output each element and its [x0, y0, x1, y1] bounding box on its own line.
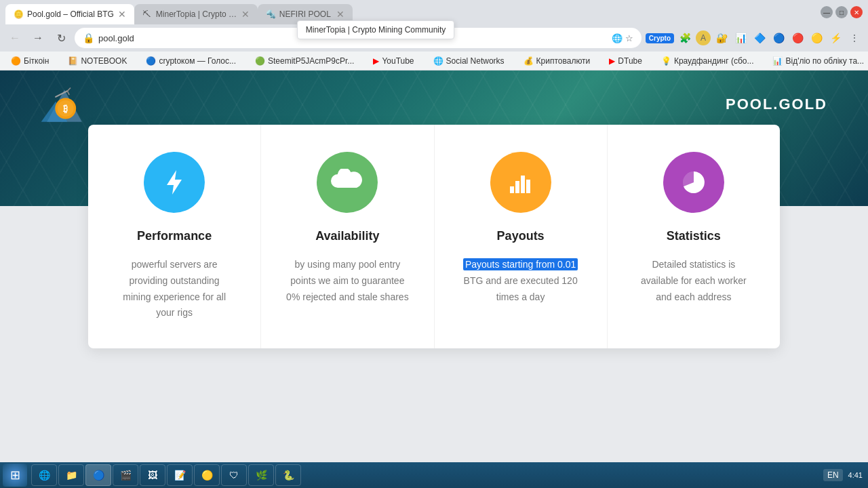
svg-rect-9 — [510, 186, 514, 193]
payouts-desc: Payouts starting from 0.01 BTG and are e… — [463, 257, 578, 305]
bitwarden-icon[interactable]: 🔐 — [713, 30, 730, 46]
feature-payouts: Payouts Payouts starting from 0.01 BTG a… — [435, 125, 608, 348]
tab2-favicon: ⛏ — [142, 9, 152, 19]
bookmark-social[interactable]: 🌐 Social Networks — [428, 55, 510, 67]
bookmark-dtube-label: DTube — [618, 56, 642, 66]
taskbar-word[interactable]: 📝 — [167, 464, 193, 486]
security-taskbar-icon: 🛡 — [227, 468, 241, 482]
addon2-icon[interactable]: 🔷 — [751, 30, 768, 46]
maximize-button[interactable]: □ — [835, 6, 848, 18]
bookmark-steemit[interactable]: 🟢 SteemitP5JAcmP9cPr... — [250, 55, 359, 67]
bookmark-vidlio[interactable]: 📊 Від'ліо по обліку та... — [767, 55, 868, 67]
taskbar-time: 4:41 — [848, 470, 863, 480]
explorer-icon: 🌐 — [37, 468, 51, 482]
tab3-favicon: 🔩 — [266, 9, 275, 19]
bookmark-bitcoin-label: Біткоін — [24, 56, 49, 66]
bookmark-crypto-label: cryptoком — Голос... — [159, 56, 236, 66]
taskbar-media[interactable]: 🎬 — [113, 464, 138, 486]
payouts-icon-circle — [490, 152, 551, 213]
tab2-title: MinerTopia | Crypto Mi... — [156, 9, 237, 19]
word-icon: 📝 — [173, 468, 186, 482]
bookmark-bitcoin[interactable]: 🟠 Біткоін — [5, 55, 54, 67]
address-actions: 🌐 ☆ — [612, 33, 633, 43]
bookmark-crypto2[interactable]: 💰 Криптовалюти — [518, 55, 596, 67]
minimize-button[interactable]: — — [821, 6, 833, 18]
svg-text:₿: ₿ — [63, 104, 68, 114]
tab3-title: NEFIRI POOL — [279, 9, 332, 19]
addon1-icon[interactable]: 📊 — [732, 30, 749, 46]
bookmark-youtube[interactable]: ▶ YouTube — [368, 55, 419, 67]
addon6-icon[interactable]: ⚡ — [827, 30, 844, 46]
statistics-desc: Detailed statistics isavailable for each… — [641, 257, 747, 305]
crypto-badge[interactable]: Crypto — [646, 33, 674, 43]
tab-tooltip: MinerTopia | Crypto Mining Community — [297, 20, 455, 39]
dtube-favicon: ▶ — [609, 56, 615, 66]
tab1-close[interactable]: ✕ — [118, 9, 126, 20]
bitcoin-favicon: 🟠 — [11, 56, 21, 66]
logo-area: ₿ — [41, 84, 88, 125]
more-icon[interactable]: ⋮ — [846, 30, 863, 46]
taskbar-app2[interactable]: 🌿 — [248, 464, 274, 486]
taskbar-photos[interactable]: 🖼 — [140, 464, 165, 486]
bookmark-crypto2-label: Криптовалюти — [536, 56, 591, 66]
taskbar: ⊞ 🌐 📁 🔵 🎬 🖼 📝 🟡 🛡 🌿 🐍 — [0, 462, 868, 488]
taskbar-files[interactable]: 📁 — [58, 464, 84, 486]
translate-icon[interactable]: 🌐 — [612, 33, 623, 43]
addon3-icon[interactable]: 🔵 — [770, 30, 787, 46]
back-button[interactable]: ← — [5, 28, 24, 47]
close-button[interactable]: ✕ — [850, 6, 863, 18]
addon4-icon[interactable]: 🔴 — [789, 30, 806, 46]
taskbar-right: EN 4:41 — [823, 469, 865, 481]
bookmark-vidlio-label: Від'ліо по обліку та... — [785, 56, 864, 66]
tab1-title: Pool.gold – Official BTG — [27, 9, 114, 19]
taskbar-security[interactable]: 🛡 — [221, 464, 247, 486]
bookmark-crypto[interactable]: 🔵 cryptoком — Голос... — [140, 55, 241, 67]
youtube-favicon: ▶ — [373, 56, 379, 66]
taskbar-chrome[interactable]: 🔵 — [85, 464, 111, 486]
bookmark-social-label: Social Networks — [446, 56, 505, 66]
extensions-icon[interactable]: 🧩 — [677, 30, 693, 46]
tab-minertopia[interactable]: ⛏ MinerTopia | Crypto Mi... ✕ MinerTopia… — [134, 4, 258, 24]
forward-button[interactable]: → — [28, 28, 47, 47]
crypto-favicon: 🔵 — [146, 56, 156, 66]
svg-rect-12 — [526, 180, 530, 193]
tab1-favicon: 🪙 — [14, 9, 23, 19]
window-controls: — □ ✕ — [821, 6, 863, 18]
taskbar-explorer[interactable]: 🌐 — [31, 464, 57, 486]
profile-icon[interactable]: А — [696, 30, 711, 45]
security-icon: 🔒 — [83, 33, 94, 43]
reload-button[interactable]: ↻ — [52, 28, 71, 47]
files-icon: 📁 — [64, 468, 78, 482]
app3-icon: 🐍 — [281, 468, 295, 482]
vidlio-favicon: 📊 — [772, 56, 783, 66]
bookmark-crowd-label: Краудфандинг (сбо... — [674, 56, 754, 66]
title-bar: 🪙 Pool.gold – Official BTG ✕ ⛏ MinerTopi… — [0, 0, 868, 24]
svg-line-7 — [67, 91, 69, 94]
performance-icon-circle — [144, 152, 205, 213]
start-button[interactable]: ⊞ — [3, 464, 27, 487]
pie-chart-icon — [679, 167, 709, 197]
payouts-highlight: Payouts starting from 0.01 — [463, 258, 578, 270]
taskbar-app3[interactable]: 🐍 — [275, 464, 301, 486]
toolbar-icons: Crypto 🧩 А 🔐 📊 🔷 🔵 🔴 🟡 ⚡ ⋮ — [646, 30, 863, 46]
photos-icon: 🖼 — [146, 468, 159, 482]
tab3-close[interactable]: ✕ — [336, 9, 344, 20]
bookmark-crowd[interactable]: 💡 Краудфандинг (сбо... — [656, 55, 760, 67]
chrome-icon: 🔵 — [92, 468, 105, 482]
addon5-icon[interactable]: 🟡 — [808, 30, 825, 46]
svg-rect-10 — [515, 181, 519, 193]
chart-bar-icon — [506, 167, 536, 197]
bookmark-notebook[interactable]: 📔 NOTEBOOK — [62, 55, 132, 67]
tab2-close[interactable]: ✕ — [241, 9, 250, 20]
star-icon[interactable]: ☆ — [625, 33, 633, 43]
taskbar-app1[interactable]: 🟡 — [194, 464, 220, 486]
lightning-icon — [159, 167, 189, 197]
site-name: POOL.GOLD — [726, 96, 827, 113]
bookmark-dtube[interactable]: ▶ DTube — [604, 55, 648, 67]
tab-pool-gold[interactable]: 🪙 Pool.gold – Official BTG ✕ — [5, 4, 134, 24]
language-indicator[interactable]: EN — [823, 469, 843, 481]
media-icon: 🎬 — [119, 468, 132, 482]
website-content: ₿ POOL.GOLD Perform — [0, 70, 868, 462]
bookmark-steemit-label: SteemitP5JAcmP9cPr... — [268, 56, 354, 66]
bookmarks-bar: 🟠 Біткоін 📔 NOTEBOOK 🔵 cryptoком — Голос… — [0, 52, 868, 70]
